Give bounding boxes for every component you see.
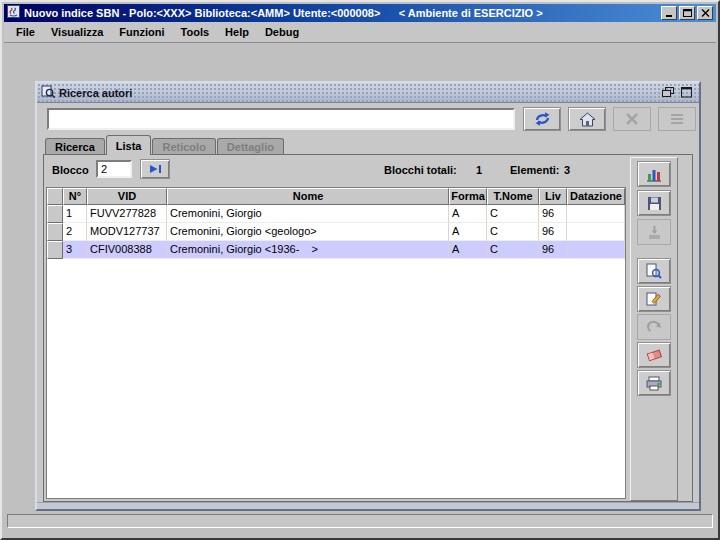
blocchi-totali-label: Blocchi totali:	[384, 164, 457, 176]
maximize-icon	[681, 87, 693, 98]
magnifier-doc-icon	[646, 263, 662, 279]
cancel-button	[613, 107, 651, 131]
print-button[interactable]	[637, 370, 671, 396]
cancel-icon	[625, 112, 639, 126]
search-book-icon	[41, 84, 55, 102]
col-n[interactable]: N°	[63, 188, 87, 205]
eraser-icon	[646, 348, 663, 362]
restore-icon	[662, 87, 674, 98]
table-row-selected[interactable]: 3 CFIV008388 Cremonini, Giorgio <1936- >…	[47, 241, 625, 259]
tab-ricerca[interactable]: Ricerca	[45, 138, 105, 155]
menu-tools[interactable]: Tools	[173, 23, 218, 41]
view-record-button[interactable]	[637, 258, 671, 284]
erase-button[interactable]	[637, 342, 671, 368]
tab-bar: Ricerca Lista Reticolo Dettaglio	[45, 135, 285, 155]
tab-reticolo: Reticolo	[152, 138, 215, 155]
table-row[interactable]: 2 MODV127737 Cremonini, Giorgio <geologo…	[47, 223, 625, 241]
col-forma[interactable]: Forma	[449, 188, 487, 205]
table-row[interactable]: 1 FUVV277828 Cremonini, Giorgio A C 96	[47, 205, 625, 223]
window-titlebar[interactable]: Nuovo indice SBN - Polo:<XXX> Biblioteca…	[4, 4, 716, 22]
blocco-label: Blocco	[52, 164, 89, 176]
window-title: Nuovo indice SBN - Polo:<XXX> Biblioteca…	[24, 7, 659, 19]
undo-icon	[647, 320, 662, 334]
chart-button[interactable]	[637, 161, 671, 187]
export-button[interactable]	[637, 190, 671, 216]
frame-maximize-button[interactable]	[678, 85, 695, 101]
edit-icon	[646, 291, 662, 307]
close-button[interactable]	[697, 6, 713, 20]
tab-lista[interactable]: Lista	[106, 135, 152, 155]
col-vid[interactable]: VID	[87, 188, 167, 205]
java-cup-icon	[7, 4, 20, 22]
edit-record-button[interactable]	[637, 286, 671, 312]
table-header: N° VID Nome Forma T.Nome Liv Datazione	[47, 188, 625, 205]
tab-dettaglio: Dettaglio	[217, 138, 284, 155]
close-icon	[701, 9, 710, 17]
row-selector-cell	[47, 205, 63, 223]
row-selector-cell	[47, 223, 63, 241]
list-icon	[670, 113, 684, 125]
menu-visualizza[interactable]: Visualizza	[43, 23, 111, 41]
list-button	[658, 107, 696, 131]
col-nome[interactable]: Nome	[167, 188, 449, 205]
col-selector	[47, 188, 63, 205]
home-icon	[579, 112, 596, 127]
menu-debug[interactable]: Debug	[257, 23, 307, 41]
col-datazione[interactable]: Datazione	[567, 188, 625, 205]
chart-icon	[646, 166, 662, 182]
save-icon	[647, 196, 662, 211]
maximize-button[interactable]	[679, 6, 695, 20]
status-bar	[7, 514, 713, 528]
lista-panel: Blocco Blocchi totali: 1 Elementi: 3 N°	[43, 154, 693, 502]
frame-titlebar[interactable]: Ricerca autori	[37, 83, 699, 103]
printer-icon	[646, 376, 662, 391]
frame-restore-button[interactable]	[659, 85, 676, 101]
col-t-nome[interactable]: T.Nome	[487, 188, 539, 205]
elementi-value: 3	[564, 164, 570, 176]
search-input[interactable]	[47, 108, 515, 130]
import-button	[637, 219, 671, 245]
side-toolbar	[630, 157, 678, 501]
col-liv[interactable]: Liv	[539, 188, 567, 205]
maximize-icon	[683, 9, 692, 17]
blocchi-totali-value: 1	[476, 164, 482, 176]
desktop-pane: Ricerca autori	[4, 43, 716, 536]
minimize-button[interactable]	[661, 6, 677, 20]
elementi-label: Elementi:	[510, 164, 560, 176]
minimize-icon	[665, 9, 674, 17]
results-table: N° VID Nome Forma T.Nome Liv Datazione 1…	[46, 187, 626, 499]
undo-button	[637, 314, 671, 340]
blocco-input[interactable]	[96, 160, 132, 178]
app-window: Nuovo indice SBN - Polo:<XXX> Biblioteca…	[0, 0, 720, 540]
menu-file[interactable]: File	[8, 23, 43, 41]
menu-bar: File Visualizza Funzioni Tools Help Debu…	[4, 22, 716, 43]
frame-title: Ricerca autori	[59, 87, 657, 99]
menu-help[interactable]: Help	[217, 23, 257, 41]
refresh-icon	[533, 111, 552, 127]
home-button[interactable]	[568, 107, 606, 131]
refresh-search-button[interactable]	[523, 107, 561, 131]
go-block-button[interactable]	[140, 159, 170, 179]
next-block-icon	[149, 164, 162, 174]
ricerca-autori-frame: Ricerca autori	[35, 81, 701, 511]
frame-body: Ricerca Lista Reticolo Dettaglio Blocco …	[37, 103, 699, 509]
frame-footer	[37, 502, 699, 509]
menu-funzioni[interactable]: Funzioni	[111, 23, 172, 41]
import-icon	[647, 225, 662, 240]
row-selector-cell	[47, 241, 63, 259]
